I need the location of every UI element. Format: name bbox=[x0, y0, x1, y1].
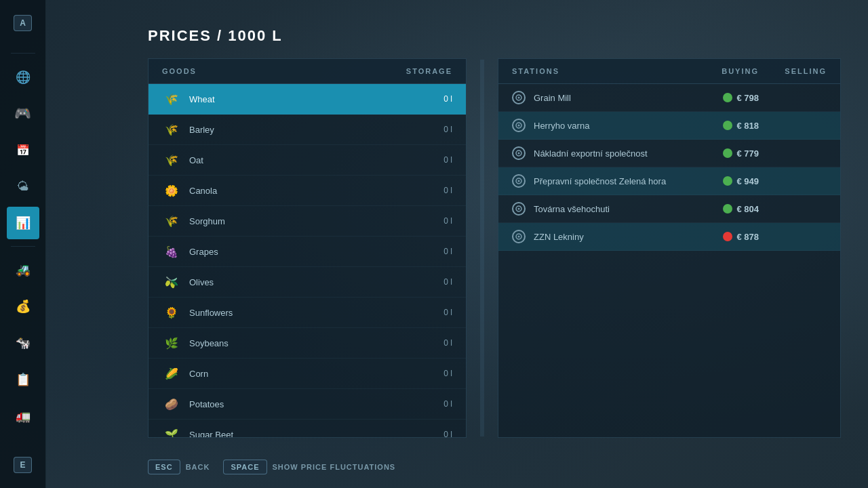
goods-row[interactable]: 🌾Sorghum0 l bbox=[149, 206, 466, 237]
goods-name: Barley bbox=[189, 125, 418, 135]
goods-row[interactable]: 🌼Canola0 l bbox=[149, 176, 466, 206]
goods-row[interactable]: 🍇Grapes0 l bbox=[149, 237, 466, 267]
goods-icon: 🌼 bbox=[162, 181, 181, 200]
buying-column-header: BUYING bbox=[691, 67, 759, 75]
tractor-icon: 🚜 bbox=[16, 262, 31, 277]
goods-storage: 0 l bbox=[418, 125, 452, 134]
price-indicator bbox=[723, 93, 732, 102]
station-row[interactable]: ZZN Lekniny€ 878 bbox=[498, 223, 840, 251]
goods-name: Potatoes bbox=[189, 399, 418, 409]
sidebar-item-tractor[interactable]: 🚜 bbox=[7, 253, 39, 286]
wheel-icon: 🎮 bbox=[14, 105, 31, 121]
station-buying: € 798 bbox=[691, 93, 759, 103]
goods-row[interactable]: 🌾Oat0 l bbox=[149, 145, 466, 176]
goods-column-header: GOODS bbox=[162, 67, 398, 75]
goods-panel: GOODS STORAGE 🌾Wheat0 l🌾Barley0 l🌾Oat0 l… bbox=[148, 58, 467, 438]
station-buying: € 949 bbox=[691, 176, 759, 186]
sidebar-divider-2 bbox=[11, 246, 35, 247]
stations-panel-header: STATIONS BUYING SELLING bbox=[498, 59, 840, 84]
sidebar-item-cow[interactable]: 🐄 bbox=[7, 327, 39, 359]
svg-point-1 bbox=[518, 97, 520, 99]
station-row[interactable]: Přepravní společnost Zelená hora€ 949 bbox=[498, 167, 840, 195]
station-name: Přepravní společnost Zelená hora bbox=[534, 176, 691, 186]
price-indicator bbox=[723, 204, 732, 214]
goods-name: Soybeans bbox=[189, 338, 418, 348]
notes-icon: 📋 bbox=[16, 372, 31, 387]
coin-icon: 💰 bbox=[16, 299, 31, 314]
goods-name: Sugar Beet bbox=[189, 430, 418, 438]
sidebar-item-truck[interactable]: 🚛 bbox=[7, 400, 39, 432]
goods-icon: 🌾 bbox=[162, 150, 181, 169]
goods-name: Corn bbox=[189, 369, 418, 379]
sidebar-item-notes[interactable]: 📋 bbox=[7, 363, 39, 396]
goods-row[interactable]: 🌻Sunflowers0 l bbox=[149, 298, 466, 328]
scroll-divider[interactable] bbox=[480, 60, 484, 436]
goods-icon: 🥔 bbox=[162, 394, 181, 413]
station-row[interactable]: Nákladní exportní společnost€ 779 bbox=[498, 140, 840, 167]
goods-row[interactable]: 🌱Sugar Beet0 l bbox=[149, 420, 466, 437]
back-label: BACK bbox=[186, 463, 210, 471]
goods-icon: 🫒 bbox=[162, 272, 181, 291]
goods-icon: 🌾 bbox=[162, 89, 181, 108]
main-content: PRICES / 1000 L GOODS STORAGE 🌾Wheat0 l🌾… bbox=[46, 0, 868, 488]
svg-point-7 bbox=[518, 180, 520, 182]
goods-list: 🌾Wheat0 l🌾Barley0 l🌾Oat0 l🌼Canola0 l🌾Sor… bbox=[149, 84, 466, 437]
station-name: ZZN Lekniny bbox=[534, 232, 691, 242]
goods-storage: 0 l bbox=[418, 369, 452, 378]
sidebar-item-coin[interactable]: 💰 bbox=[7, 290, 39, 323]
storage-column-header: STORAGE bbox=[398, 67, 452, 75]
station-name: Herryho varna bbox=[534, 121, 691, 131]
goods-storage: 0 l bbox=[418, 277, 452, 287]
goods-row[interactable]: 🌾Wheat0 l bbox=[149, 84, 466, 115]
svg-point-3 bbox=[518, 125, 520, 127]
station-row[interactable]: Herryho varna€ 818 bbox=[498, 112, 840, 140]
goods-storage: 0 l bbox=[418, 216, 452, 226]
station-icon bbox=[512, 174, 526, 188]
station-buying: € 878 bbox=[691, 232, 759, 242]
station-name: Továrna všehochuti bbox=[534, 204, 691, 214]
svg-point-5 bbox=[518, 152, 520, 155]
goods-name: Sorghum bbox=[189, 216, 418, 226]
sidebar-item-wheel[interactable]: 🎮 bbox=[7, 97, 39, 129]
goods-storage: 0 l bbox=[418, 247, 452, 256]
goods-storage: 0 l bbox=[418, 399, 452, 409]
goods-storage: 0 l bbox=[418, 186, 452, 195]
station-row[interactable]: Grain Mill€ 798 bbox=[498, 84, 840, 112]
goods-icon: 🌻 bbox=[162, 303, 181, 322]
station-icon bbox=[512, 119, 526, 132]
goods-row[interactable]: 🫒Olives0 l bbox=[149, 267, 466, 298]
goods-name: Sunflowers bbox=[189, 308, 418, 318]
goods-storage: 0 l bbox=[418, 308, 452, 317]
sidebar-item-weather[interactable]: 🌤 bbox=[7, 170, 39, 203]
station-name: Nákladní exportní společnost bbox=[534, 148, 691, 159]
goods-icon: 🌱 bbox=[162, 425, 181, 437]
sidebar-item-globe[interactable] bbox=[7, 60, 39, 93]
a-badge: A bbox=[14, 15, 32, 31]
sidebar-item-calendar[interactable]: 📅 bbox=[7, 134, 39, 166]
buying-price: € 818 bbox=[736, 121, 759, 131]
goods-name: Grapes bbox=[189, 247, 418, 257]
back-button-group[interactable]: ESC BACK bbox=[148, 460, 210, 474]
goods-row[interactable]: 🌿Soybeans0 l bbox=[149, 328, 466, 359]
buying-price: € 949 bbox=[736, 176, 759, 186]
e-badge: E bbox=[14, 457, 31, 473]
fluctuations-button-group[interactable]: SPACE SHOW PRICE FLUCTUATIONS bbox=[223, 460, 395, 474]
station-buying: € 779 bbox=[691, 148, 759, 159]
price-indicator bbox=[723, 232, 732, 241]
truck-icon: 🚛 bbox=[16, 409, 31, 424]
station-buying: € 818 bbox=[691, 121, 759, 131]
cow-icon: 🐄 bbox=[16, 336, 31, 350]
goods-row[interactable]: 🌽Corn0 l bbox=[149, 359, 466, 389]
goods-name: Oat bbox=[189, 155, 418, 165]
sidebar-item-a[interactable]: A bbox=[7, 7, 39, 39]
sidebar-item-chart[interactable]: 📊 bbox=[7, 207, 39, 239]
goods-storage: 0 l bbox=[418, 430, 452, 437]
goods-name: Olives bbox=[189, 277, 418, 287]
sidebar-item-e[interactable]: E bbox=[7, 449, 39, 481]
goods-row[interactable]: 🥔Potatoes0 l bbox=[149, 389, 466, 420]
svg-point-9 bbox=[518, 208, 520, 210]
goods-name: Canola bbox=[189, 186, 418, 196]
station-row[interactable]: Továrna všehochuti€ 804 bbox=[498, 195, 840, 223]
station-icon bbox=[512, 146, 526, 160]
goods-row[interactable]: 🌾Barley0 l bbox=[149, 115, 466, 145]
